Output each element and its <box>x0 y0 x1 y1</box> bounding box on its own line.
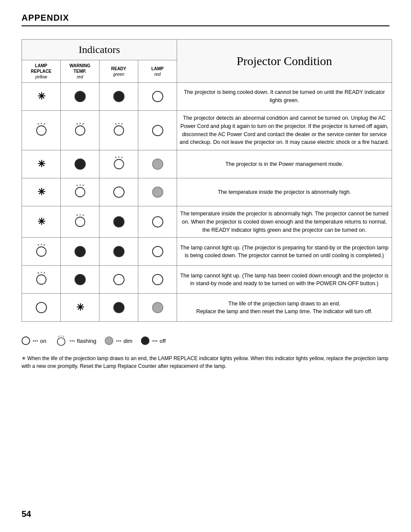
row3-ready <box>100 150 138 178</box>
svg-line-7 <box>83 123 84 124</box>
svg-line-25 <box>38 244 39 246</box>
circle-on-icon <box>113 187 125 198</box>
circle-dim-icon <box>152 187 163 198</box>
row2-ready <box>100 111 138 150</box>
col-header-lamp: LAMPred <box>138 60 177 83</box>
row4-warning-temp <box>61 178 100 206</box>
appendix-title: APPENDIX <box>22 13 69 22</box>
circle-dim-icon <box>152 159 163 170</box>
svg-line-3 <box>44 123 45 124</box>
svg-point-20 <box>75 217 85 227</box>
svg-line-35 <box>63 336 64 337</box>
row8-warning-temp: ✳ <box>61 294 100 322</box>
col-color-ready: green <box>101 72 136 77</box>
footnote-text: ✳ When the life of the projection lamp d… <box>22 355 389 369</box>
row4-lamp <box>138 178 177 206</box>
circle-on-icon <box>152 274 163 285</box>
row1-lamp-replace: ✳ <box>22 83 61 111</box>
legend-item-off: • • • off <box>141 336 165 345</box>
legend-item-dim: • • • dim <box>105 336 132 345</box>
svg-point-0 <box>37 126 46 135</box>
circle-on-icon <box>152 246 163 257</box>
svg-line-9 <box>115 123 116 124</box>
svg-line-31 <box>44 272 45 274</box>
projector-condition-title: Projector Condition <box>177 40 392 83</box>
legend-label-on: on <box>40 338 46 344</box>
legend: • • • on • • • flashing • • • dim • • • <box>22 335 392 347</box>
svg-point-24 <box>37 247 46 256</box>
table-row: ✳ The temperature inside the projec <box>22 178 392 206</box>
col-color-lamp-replace: yellow <box>24 74 59 80</box>
circle-on-icon <box>152 91 163 102</box>
legend-circle-flashing <box>55 335 67 347</box>
row1-description: The projector is being cooled down. It c… <box>177 83 392 111</box>
page: APPENDIX Indicators Projector Condition … <box>0 0 411 532</box>
svg-line-27 <box>44 244 45 246</box>
appendix-header: APPENDIX <box>22 13 389 26</box>
svg-line-21 <box>77 215 78 216</box>
row5-lamp <box>138 206 177 238</box>
table-row: ✳ The projector is being cooled down. It… <box>22 83 392 111</box>
row7-lamp <box>138 266 177 294</box>
legend-item-on: • • • on <box>22 336 47 345</box>
row1-warning-temp <box>61 83 100 111</box>
legend-circle-on <box>22 336 30 345</box>
svg-point-4 <box>75 126 85 135</box>
svg-point-16 <box>75 187 85 197</box>
row8-lamp <box>138 294 177 322</box>
footnote: ✳ When the life of the projection lamp d… <box>22 355 392 370</box>
col-color-warning-temp: red <box>62 74 97 80</box>
legend-circle-off <box>141 336 149 345</box>
table-row: ✳ The life of the projection lamp draws … <box>22 294 392 322</box>
table-row: The lamp cannot light up. (The projector… <box>22 238 392 266</box>
col-header-ready: READYgreen <box>100 60 138 83</box>
legend-label-flashing: flashing <box>77 338 97 344</box>
row2-description: The projector detects an abnormal condit… <box>177 111 392 150</box>
row7-ready <box>100 266 138 294</box>
circle-filled-icon <box>75 274 86 285</box>
table-row: The projector detects an abnormal condit… <box>22 111 392 150</box>
circle-flashing-icon <box>34 271 49 286</box>
legend-label-dim: dim <box>123 338 132 344</box>
row5-description: The temperature inside the projector is … <box>177 206 392 238</box>
svg-line-5 <box>77 123 78 124</box>
circle-on-icon <box>113 274 125 285</box>
table-row: ✳ The projector is in the Power man <box>22 150 392 178</box>
svg-line-15 <box>121 157 122 158</box>
legend-label-off: off <box>159 338 165 344</box>
legend-dots-off: • • • <box>152 339 157 343</box>
circle-filled-icon <box>113 216 125 227</box>
row8-description: The life of the projection lamp draws to… <box>177 294 392 322</box>
circle-flashing-icon <box>111 122 127 137</box>
svg-line-23 <box>83 215 84 216</box>
legend-dots-flashing: • • • <box>70 339 75 343</box>
col-header-lamp-replace: LAMPREPLACEyellow <box>22 60 61 83</box>
row7-warning-temp <box>61 266 100 294</box>
asterisk-icon: ✳ <box>37 216 45 227</box>
page-number: 54 <box>22 509 31 519</box>
row6-lamp <box>138 238 177 266</box>
legend-dots-dim: • • • <box>116 339 121 343</box>
row6-ready <box>100 238 138 266</box>
svg-point-28 <box>37 275 46 284</box>
row1-lamp <box>138 83 177 111</box>
indicators-table: Indicators Projector Condition LAMPREPLA… <box>22 39 392 322</box>
svg-point-32 <box>57 338 65 345</box>
svg-line-19 <box>83 185 84 186</box>
row6-description: The lamp cannot light up. (The projector… <box>177 238 392 266</box>
row3-description: The projector is in the Power management… <box>177 150 392 178</box>
circle-flashing-icon <box>34 243 49 258</box>
asterisk-icon: ✳ <box>37 159 45 169</box>
legend-item-flashing: • • • flashing <box>55 335 97 347</box>
row2-warning-temp <box>61 111 100 150</box>
circle-flashing-icon <box>34 122 49 137</box>
row2-lamp-replace <box>22 111 61 150</box>
row6-lamp-replace <box>22 238 61 266</box>
circle-flashing-icon <box>72 122 88 137</box>
asterisk-icon: ✳ <box>76 302 84 313</box>
asterisk-icon: ✳ <box>37 187 45 197</box>
svg-line-29 <box>38 272 39 274</box>
circle-flashing-icon <box>72 213 88 229</box>
circle-on-icon <box>36 302 47 313</box>
table-title-row: Indicators Projector Condition <box>22 40 392 60</box>
